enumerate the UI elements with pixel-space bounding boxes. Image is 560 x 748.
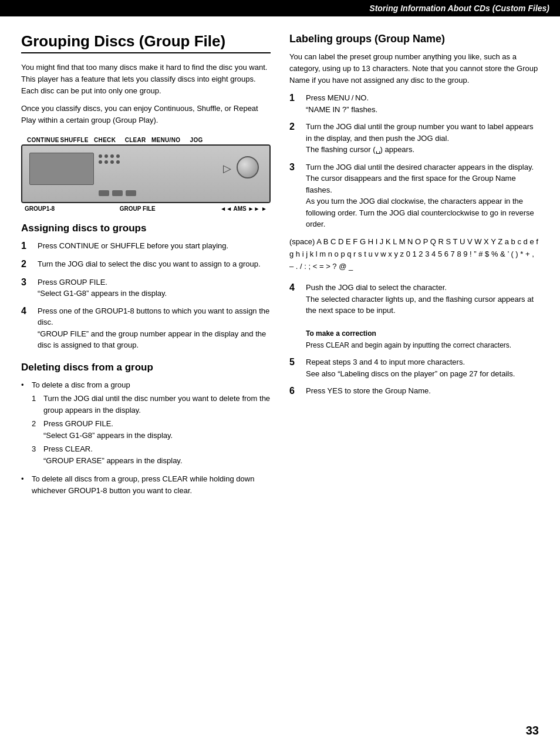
assigning-steps-list: 1 Press CONTINUE or SHUFFLE before you s…	[21, 240, 271, 351]
label-shuffle: SHUFFLE	[59, 137, 90, 143]
label-step-2: 2 Turn the JOG dial until the group numb…	[289, 121, 539, 156]
assigning-step-3: 3 Press GROUP FILE.“Select G1-G8” appear…	[21, 277, 271, 299]
label-clear: CLEAR	[120, 137, 151, 143]
label-group1-8: GROUP1-8	[25, 205, 55, 212]
label-step-3: 3 Turn the JOG dial until the desired ch…	[289, 161, 539, 230]
device-face: ▷	[22, 146, 269, 202]
right-intro: You can label the preset group number an…	[289, 51, 539, 86]
label-jog: JOG	[181, 137, 212, 143]
intro-text-2: Once you classify discs, you can enjoy C…	[21, 103, 271, 126]
right-section-heading: Labeling groups (Group Name)	[289, 33, 539, 45]
assigning-step-1: 1 Press CONTINUE or SHUFFLE before you s…	[21, 240, 271, 252]
header-title: Storing Information About CDs (Custom Fi…	[0, 0, 560, 16]
delete-sub-3: 3 Press CLEAR.“GROUP ERASE” appears in t…	[32, 443, 271, 466]
correction-heading: To make a correction	[306, 329, 376, 338]
header: Storing Information About CDs (Custom Fi…	[0, 0, 560, 16]
deleting-bullet-2: • To delete all discs from a group, pres…	[21, 473, 271, 496]
label-step-4: 4 Push the JOG dial to select the charac…	[289, 282, 539, 351]
correction-text: Press CLEAR and begin again by inputting…	[306, 341, 511, 349]
label-step-6: 6 Press YES to store the Group Name.	[289, 385, 539, 397]
labeling-steps-list-2: 4 Push the JOG dial to select the charac…	[289, 282, 539, 397]
device-screen	[29, 153, 94, 185]
label-ams: ◄◄ AMS ►► ►	[220, 205, 267, 212]
assigning-step-2: 2 Turn the JOG dial to select the disc y…	[21, 258, 271, 271]
labeling-steps-list: 1 Press MENU / NO. “NAME IN ?” flashes. …	[289, 92, 539, 230]
delete-sub-1: 1 Turn the JOG dial until the disc numbe…	[32, 393, 271, 416]
diagram-top-labels: CONTINUE SHUFFLE CHECK CLEAR MENU/NO JOG	[21, 137, 271, 143]
device-arrow-symbol: ▷	[223, 162, 231, 175]
page-number: 33	[526, 724, 539, 737]
left-column: Grouping Discs (Group File) You might fi…	[21, 33, 271, 502]
label-step-1: 1 Press MENU / NO. “NAME IN ?” flashes.	[289, 92, 539, 115]
device-diagram: ▷	[21, 144, 271, 203]
diagram-bottom-labels: GROUP1-8 GROUP FILE ◄◄ AMS ►► ►	[21, 205, 271, 212]
label-menuno: MENU/NO	[151, 137, 181, 143]
char-sequence: (space) A B C D E F G H I J K L M N O P …	[289, 236, 539, 272]
diagram-area: CONTINUE SHUFFLE CHECK CLEAR MENU/NO JOG	[21, 137, 271, 212]
device-buttons	[99, 190, 136, 196]
assigning-step-4: 4 Press one of the GROUP1-8 buttons to w…	[21, 305, 271, 351]
assigning-heading: Assigning discs to groups	[21, 223, 271, 234]
page-title: Grouping Discs (Group File)	[21, 33, 271, 53]
intro-text-1: You might find that too many discs make …	[21, 62, 271, 97]
deleting-heading: Deleting discs from a group	[21, 362, 271, 373]
label-continue: CONTINUE	[27, 137, 59, 143]
label-group-file: GROUP FILE	[120, 205, 156, 212]
label-check: CHECK	[90, 137, 120, 143]
deleting-bullets-list: • To delete a disc from a group 1 Turn t…	[21, 379, 271, 497]
device-dots	[99, 154, 121, 165]
deleting-bullet-1: • To delete a disc from a group 1 Turn t…	[21, 379, 271, 469]
right-column: Labeling groups (Group Name) You can lab…	[289, 33, 539, 502]
device-knob	[237, 156, 259, 178]
label-step-5: 5 Repeat steps 3 and 4 to input more cha…	[289, 356, 539, 379]
delete-sub-2: 2 Press GROUP FILE.“Select G1-G8” appear…	[32, 418, 271, 441]
